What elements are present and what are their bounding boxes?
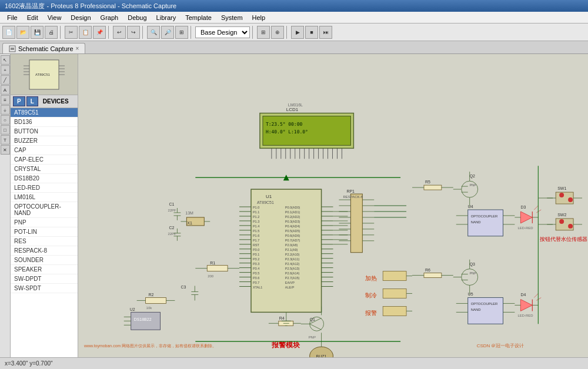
menu-library[interactable]: Library bbox=[152, 13, 181, 22]
print-button[interactable]: 🖨 bbox=[45, 26, 58, 39]
comp-item-9[interactable]: LM016L bbox=[11, 193, 78, 202]
svg-text:D4: D4 bbox=[520, 293, 526, 297]
svg-text:H:40.0° L:10.0°: H:40.0° L:10.0° bbox=[266, 129, 308, 135]
svg-text:RST: RST bbox=[253, 243, 260, 247]
coordinates: x=3.400" y=0.700" bbox=[5, 360, 53, 367]
status-bar: x=3.400" y=0.700" bbox=[0, 357, 588, 369]
svg-text:P0.6(AD6): P0.6(AD6) bbox=[285, 234, 300, 237]
zoom-fit-button[interactable]: ⊞ bbox=[175, 26, 188, 39]
comp-tab-l[interactable]: L bbox=[26, 96, 38, 106]
open-button[interactable]: 📂 bbox=[16, 26, 29, 39]
svg-point-246 bbox=[568, 197, 573, 202]
svg-text:SW2: SW2 bbox=[557, 213, 566, 217]
svg-text:制冷: 制冷 bbox=[365, 292, 377, 298]
run-button[interactable]: ▶ bbox=[291, 26, 304, 39]
component-tool[interactable]: + bbox=[1, 65, 10, 75]
svg-rect-110 bbox=[350, 194, 362, 253]
comp-item-12[interactable]: POT-LIN bbox=[11, 227, 78, 237]
comp-item-4[interactable]: CAP bbox=[11, 146, 78, 155]
switch-sw2: SW2 bbox=[547, 213, 582, 230]
design-dropdown[interactable]: Base Design bbox=[195, 26, 250, 38]
svg-text:PNP: PNP bbox=[470, 271, 477, 275]
menu-debug[interactable]: Debug bbox=[123, 13, 151, 22]
res-r5: R5 bbox=[412, 180, 453, 190]
led-d4: D4 LED-RED bbox=[514, 293, 541, 317]
new-button[interactable]: 📄 bbox=[2, 26, 15, 39]
sep5 bbox=[252, 26, 255, 39]
undo-button[interactable]: ↩ bbox=[113, 26, 126, 39]
mcu-u1: U1 AT89C51 bbox=[239, 189, 333, 312]
svg-rect-275 bbox=[383, 271, 406, 281]
tab-close-button[interactable]: × bbox=[76, 45, 79, 52]
comp-item-5[interactable]: CAP-ELEC bbox=[11, 155, 78, 165]
sep6 bbox=[286, 26, 289, 39]
canvas-area[interactable]: T:23.5° 00:00 H:40.0° L:10.0° LCD1 LM016… bbox=[78, 54, 588, 357]
comp-item-18[interactable]: SW-SPDT bbox=[11, 284, 78, 293]
power-tool[interactable]: ⏚ bbox=[1, 105, 10, 115]
step-button[interactable]: ⏭ bbox=[319, 26, 332, 39]
svg-text:R2: R2 bbox=[149, 293, 154, 297]
comp-item-6[interactable]: CRYSTAL bbox=[11, 165, 78, 174]
menu-edit[interactable]: Edit bbox=[22, 13, 43, 22]
svg-text:PNP: PNP bbox=[470, 183, 477, 187]
comp-item-15[interactable]: SOUNDER bbox=[11, 256, 78, 265]
svg-text:P2.5(A13): P2.5(A13) bbox=[285, 267, 300, 270]
marker-tool[interactable]: ✕ bbox=[1, 145, 10, 155]
svg-rect-146 bbox=[207, 266, 228, 271]
svg-text:P1.1: P1.1 bbox=[253, 210, 259, 214]
comp-item-3[interactable]: BUZZER bbox=[11, 136, 78, 146]
comp-item-2[interactable]: BUTTON bbox=[11, 127, 78, 136]
svg-text:Q1: Q1 bbox=[310, 317, 315, 322]
menu-view[interactable]: View bbox=[43, 13, 66, 22]
grid-button[interactable]: ⊞ bbox=[257, 26, 270, 39]
menu-file[interactable]: File bbox=[2, 13, 22, 22]
menu-system[interactable]: System bbox=[216, 13, 248, 22]
svg-text:DS18B22: DS18B22 bbox=[134, 317, 152, 321]
comp-item-13[interactable]: RES bbox=[11, 237, 78, 246]
svg-text:ALE/P: ALE/P bbox=[285, 286, 295, 289]
tab-schematic[interactable]: Schematic Capture × bbox=[2, 43, 85, 53]
comp-item-17[interactable]: SW-DPDT bbox=[11, 274, 78, 284]
bus-tool[interactable]: ≡ bbox=[1, 95, 10, 105]
svg-text:U1: U1 bbox=[266, 194, 272, 199]
terminal-tool[interactable]: ○ bbox=[1, 115, 10, 125]
svg-text:P2.3(A11): P2.3(A11) bbox=[285, 257, 300, 261]
comp-item-8[interactable]: LED-RED bbox=[11, 183, 78, 193]
text-tool[interactable]: T bbox=[1, 135, 10, 145]
menu-help[interactable]: Help bbox=[248, 13, 270, 22]
svg-text:报警: 报警 bbox=[365, 310, 377, 316]
svg-text:D3: D3 bbox=[520, 205, 526, 209]
cut-button[interactable]: ✂ bbox=[65, 26, 78, 39]
component-panel: AT89C51 P L DEVICES AT89C51 BD136 BUTTON… bbox=[11, 54, 78, 357]
comp-item-16[interactable]: SPEAKER bbox=[11, 265, 78, 274]
zoom-in-button[interactable]: 🔍 bbox=[147, 26, 160, 39]
svg-text:P2.0(A8): P2.0(A8) bbox=[285, 243, 298, 247]
save-button[interactable]: 💾 bbox=[31, 26, 44, 39]
menu-template[interactable]: Template bbox=[181, 13, 216, 22]
redo-button[interactable]: ↪ bbox=[127, 26, 140, 39]
wire-tool[interactable]: ╱ bbox=[1, 75, 10, 85]
title-text: 1602液晶温度 - Proteus 8 Professional - Sche… bbox=[5, 2, 176, 11]
ds18b20-u2: DS18B22 U2 bbox=[124, 307, 161, 330]
paste-button[interactable]: 📌 bbox=[93, 26, 106, 39]
comp-item-10[interactable]: OPTOCOUPLER-NAND bbox=[11, 202, 78, 218]
comp-tab-p[interactable]: P bbox=[13, 96, 25, 106]
menu-graph[interactable]: Graph bbox=[96, 13, 123, 22]
svg-point-251 bbox=[559, 219, 564, 224]
svg-text:加热: 加热 bbox=[365, 275, 377, 281]
comp-item-1[interactable]: BD136 bbox=[11, 118, 78, 127]
label-tool[interactable]: A bbox=[1, 85, 10, 95]
comp-item-7[interactable]: DS18B20 bbox=[11, 174, 78, 183]
port-tool[interactable]: □ bbox=[1, 125, 10, 135]
comp-item-14[interactable]: RESPACK-8 bbox=[11, 246, 78, 256]
svg-text:22PF: 22PF bbox=[168, 232, 176, 236]
zoom-out-button[interactable]: 🔎 bbox=[161, 26, 174, 39]
select-tool[interactable]: ↖ bbox=[1, 55, 10, 65]
sep4 bbox=[191, 26, 193, 39]
menu-design[interactable]: Design bbox=[66, 13, 95, 22]
copy-button[interactable]: 📋 bbox=[79, 26, 92, 39]
origin-button[interactable]: ⊕ bbox=[271, 26, 284, 39]
stop-button[interactable]: ■ bbox=[305, 26, 318, 39]
comp-item-0[interactable]: AT89C51 bbox=[11, 108, 78, 118]
comp-item-11[interactable]: PNP bbox=[11, 218, 78, 227]
